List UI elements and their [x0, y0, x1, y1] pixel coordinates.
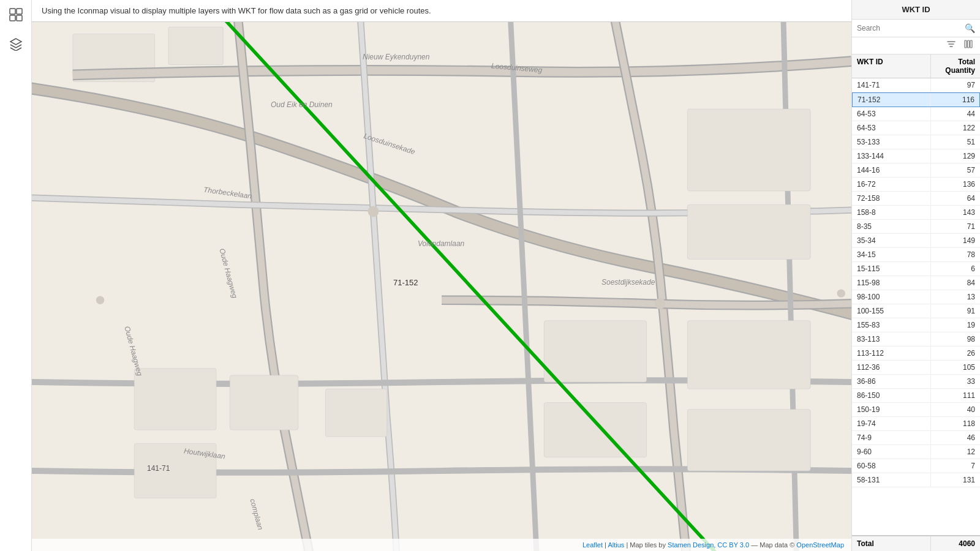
table-row[interactable]: 144-16 57: [852, 163, 980, 178]
table-row[interactable]: 15-115 6: [852, 262, 980, 276]
table-row[interactable]: 133-144 129: [852, 149, 980, 163]
table-row[interactable]: 19-74 118: [852, 417, 980, 431]
cell-wkt-id: 133-144: [852, 149, 931, 163]
table-row[interactable]: 98-100 13: [852, 290, 980, 304]
table-row[interactable]: 35-34 149: [852, 234, 980, 248]
cell-wkt-id: 9-60: [852, 445, 931, 459]
stamen-link[interactable]: Stamen Design, CC BY 3.0: [668, 541, 749, 549]
cell-qty: 91: [931, 304, 980, 318]
cell-qty: 131: [931, 473, 980, 487]
cell-wkt-id: 113-112: [852, 347, 931, 360]
cell-wkt-id: 35-34: [852, 234, 931, 247]
main-area: Using the Iconmap visual to display mult…: [32, 0, 851, 551]
cell-qty: 33: [931, 375, 980, 388]
table-row[interactable]: 16-72 136: [852, 178, 980, 192]
cell-qty: 97: [931, 78, 980, 92]
cell-qty: 149: [931, 234, 980, 247]
table-row[interactable]: 34-15 78: [852, 248, 980, 262]
top-bar: Using the Iconmap visual to display mult…: [32, 0, 851, 22]
columns-button[interactable]: [962, 39, 975, 51]
table-row[interactable]: 100-155 91: [852, 304, 980, 318]
cell-qty: 13: [931, 290, 980, 304]
cell-qty: 118: [931, 417, 980, 430]
table-row[interactable]: 9-60 12: [852, 445, 980, 459]
cell-qty: 64: [931, 192, 980, 205]
cell-wkt-id: 83-113: [852, 332, 931, 346]
search-bar: 🔍: [852, 20, 980, 37]
cell-wkt-id: 86-150: [852, 389, 931, 402]
cell-qty: 98: [931, 332, 980, 346]
cell-qty: 78: [931, 248, 980, 261]
cell-qty: 105: [931, 361, 980, 374]
svg-point-8: [655, 298, 666, 309]
table-row[interactable]: 115-98 84: [852, 276, 980, 290]
table-row[interactable]: 71-152 116: [852, 92, 980, 107]
filter-button[interactable]: [944, 39, 958, 51]
table-row[interactable]: 36-86 33: [852, 375, 980, 389]
svg-rect-15: [544, 321, 646, 382]
table-row[interactable]: 155-83 19: [852, 318, 980, 332]
col-header-total-qty: Total Quantity: [931, 54, 980, 78]
table-row[interactable]: 64-53 44: [852, 107, 980, 121]
cell-wkt-id: 53-133: [852, 135, 931, 149]
cell-wkt-id: 60-58: [852, 459, 931, 473]
cell-wkt-id: 112-36: [852, 361, 931, 374]
cell-wkt-id: 115-98: [852, 276, 931, 290]
svg-point-9: [96, 296, 104, 304]
cell-qty: 26: [931, 347, 980, 360]
svg-rect-19: [230, 375, 298, 430]
table-row[interactable]: 86-150 111: [852, 389, 980, 403]
cell-qty: 46: [931, 431, 980, 444]
table-row[interactable]: 150-19 40: [852, 403, 980, 417]
table-row[interactable]: 83-113 98: [852, 332, 980, 347]
table-row[interactable]: 8-35 71: [852, 220, 980, 234]
cell-qty: 57: [931, 163, 980, 177]
cell-qty: 129: [931, 149, 980, 163]
map-container[interactable]: Nieuw Eykenduynen Loosduinseweg Oud Eik …: [32, 22, 851, 551]
layers-icon[interactable]: [6, 34, 26, 54]
table-row[interactable]: 112-36 105: [852, 361, 980, 375]
table-row[interactable]: 64-53 122: [852, 121, 980, 135]
cell-wkt-id: 8-35: [852, 220, 931, 233]
leaflet-link[interactable]: Leaflet: [582, 541, 603, 549]
left-sidebar: [0, 0, 32, 551]
cell-wkt-id: 155-83: [852, 318, 931, 332]
footer-label: Total: [852, 536, 931, 551]
table-row[interactable]: 113-112 26: [852, 347, 980, 361]
cell-wkt-id: 158-8: [852, 206, 931, 219]
cell-qty: 84: [931, 276, 980, 290]
table-row[interactable]: 141-71 97: [852, 78, 980, 92]
table-row[interactable]: 60-58 7: [852, 459, 980, 473]
svg-rect-24: [970, 40, 972, 48]
table-row[interactable]: 58-131 131: [852, 473, 980, 487]
cell-qty: 51: [931, 135, 980, 149]
svg-rect-20: [325, 389, 386, 437]
cell-wkt-id: 150-19: [852, 403, 931, 416]
table-body: 141-71 97 71-152 116 64-53 44 64-53 122 …: [852, 78, 980, 535]
altius-link[interactable]: Altius: [608, 541, 624, 549]
cell-qty: 12: [931, 445, 980, 459]
attribution-text: | Map tiles by: [626, 541, 668, 549]
osm-link[interactable]: OpenStreetMap: [796, 541, 844, 549]
svg-rect-23: [968, 40, 970, 48]
grid-icon[interactable]: [6, 5, 26, 24]
cell-qty: 143: [931, 206, 980, 219]
cell-qty: 44: [931, 107, 980, 121]
right-panel: WKT ID 🔍 WKT ID Total Quantity 141-71 97…: [851, 0, 980, 551]
cell-qty: 136: [931, 178, 980, 191]
cell-wkt-id: 141-71: [852, 78, 931, 92]
cell-wkt-id: 74-9: [852, 431, 931, 444]
footer-value: 4060: [931, 536, 980, 551]
cell-wkt-id: 71-152: [853, 93, 930, 107]
svg-rect-12: [687, 204, 810, 259]
cell-qty: 71: [931, 220, 980, 233]
table-row[interactable]: 74-9 46: [852, 431, 980, 445]
table-row[interactable]: 158-8 143: [852, 206, 980, 220]
table-footer: Total 4060: [852, 535, 980, 551]
svg-rect-0: [10, 9, 15, 14]
search-input[interactable]: [857, 24, 962, 32]
table-row[interactable]: 72-158 64: [852, 192, 980, 206]
map-svg: [32, 22, 851, 551]
table-row[interactable]: 53-133 51: [852, 135, 980, 149]
svg-rect-11: [687, 109, 810, 191]
